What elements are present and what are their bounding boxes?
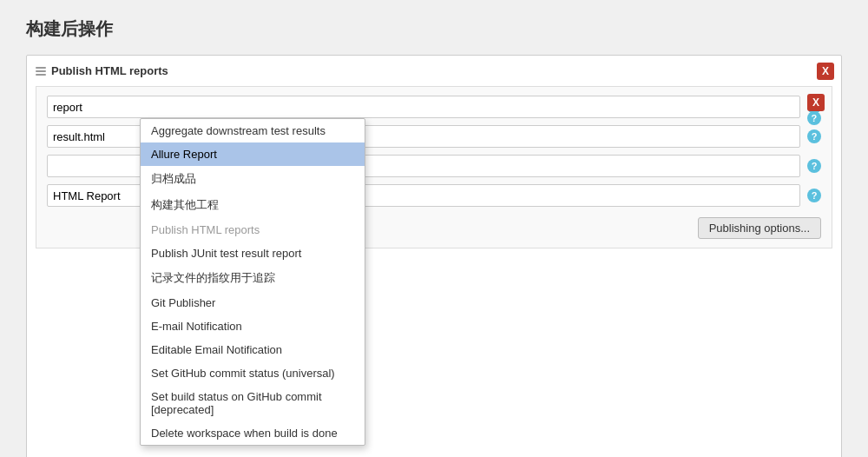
publish-section: X Publish HTML reports X ? ? ?: [26, 55, 842, 457]
outer-close-area: X: [817, 63, 834, 80]
help-icon-top[interactable]: ?: [807, 111, 821, 125]
dropdown-item-4: Publish HTML reports: [141, 218, 365, 242]
dropdown-item-10[interactable]: Set GitHub commit status (universal): [141, 361, 365, 385]
help-icon-2[interactable]: ?: [807, 129, 821, 143]
dropdown-item-5[interactable]: Publish JUnit test result report: [141, 242, 365, 265]
dropdown-item-6[interactable]: 记录文件的指纹用于追踪: [141, 265, 365, 291]
outer-close-button[interactable]: X: [817, 63, 834, 80]
dropdown-menu: Aggregate downstream test results Allure…: [140, 118, 365, 446]
dropdown-item-12[interactable]: Delete workspace when build is done: [141, 421, 365, 445]
dropdown-item-0[interactable]: Aggregate downstream test results: [141, 119, 365, 142]
help-icon-3[interactable]: ?: [807, 159, 821, 173]
publishing-options-button[interactable]: Publishing options...: [698, 217, 821, 239]
dropdown-item-8[interactable]: E-mail Notification: [141, 315, 365, 338]
section-title: Publish HTML reports: [51, 64, 168, 77]
dropdown-container: Aggregate downstream test results Allure…: [140, 118, 365, 446]
dropdown-item-7[interactable]: Git Publisher: [141, 291, 365, 315]
dropdown-item-11[interactable]: Set build status on GitHub commit [depre…: [141, 385, 365, 421]
dropdown-item-9[interactable]: Editable Email Notification: [141, 338, 365, 361]
dropdown-item-3[interactable]: 构建其他工程: [141, 192, 365, 218]
page-title: 构建后操作: [26, 17, 842, 41]
dropdown-item-2[interactable]: 归档成品: [141, 166, 365, 192]
input-report-dir[interactable]: [47, 96, 800, 118]
help-icon-4[interactable]: ?: [807, 189, 821, 202]
dropdown-item-1[interactable]: Allure Report: [141, 142, 365, 166]
page-wrapper: 构建后操作 X Publish HTML reports X ? ?: [0, 0, 868, 457]
section-header: Publish HTML reports: [36, 64, 832, 77]
form-row-1: ?: [47, 96, 821, 118]
inner-close-button[interactable]: X: [807, 94, 825, 111]
drag-handle-icon: [36, 67, 46, 76]
inner-close-area: X ?: [807, 94, 825, 125]
